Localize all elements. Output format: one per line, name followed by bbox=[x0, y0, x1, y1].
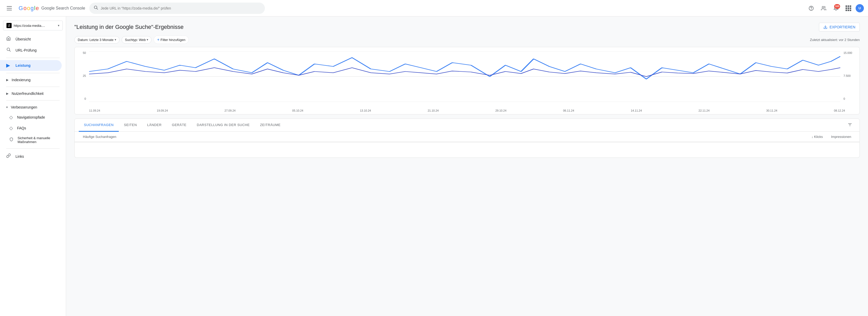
chart-container: 50 25 0 bbox=[74, 47, 860, 114]
nutzer-arrow: ▶ bbox=[6, 92, 8, 95]
search-type-label: Suchtyp: Web bbox=[125, 38, 146, 42]
content-header: "Leistung in der Google Suche"-Ergebniss… bbox=[66, 16, 868, 36]
links-icon bbox=[6, 153, 11, 159]
sidebar-item-url-pruefung[interactable]: URL-Prüfung bbox=[0, 45, 62, 56]
search-input[interactable] bbox=[101, 6, 261, 10]
tab-seiten[interactable]: SEITEN bbox=[119, 119, 142, 132]
sidebar-item-sicherheit[interactable]: Sicherheit & manuelle Maßnahmen bbox=[0, 134, 62, 146]
sidebar-item-label: Leistung bbox=[16, 63, 30, 68]
account-button[interactable] bbox=[818, 3, 829, 13]
tab-geraete[interactable]: GERÄTE bbox=[167, 119, 192, 132]
add-filter-chip[interactable]: + Filter hinzufügen bbox=[154, 36, 188, 44]
chart-plot-area bbox=[89, 51, 840, 102]
home-icon bbox=[6, 36, 11, 42]
logo-link[interactable]: Google Google Search Console bbox=[19, 5, 85, 11]
site-dropdown-arrow: ▾ bbox=[58, 24, 59, 27]
apps-button[interactable] bbox=[843, 3, 854, 13]
svg-point-4 bbox=[822, 6, 824, 8]
chart-x-labels: 11.09.24 19.09.24 27.09.24 05.10.24 13.1… bbox=[79, 108, 855, 112]
indexierung-arrow: ▶ bbox=[6, 78, 8, 82]
header-actions: 165 U bbox=[806, 3, 864, 13]
tab-suchanfragen[interactable]: SUCHANFRAGEN bbox=[79, 119, 119, 132]
tabs-container: SUCHANFRAGEN SEITEN LÄNDER GERÄTE DARSTE… bbox=[74, 118, 860, 142]
notifications-button[interactable]: 165 bbox=[831, 3, 841, 13]
table-filter-icon[interactable] bbox=[844, 120, 855, 130]
product-name: Google Search Console bbox=[41, 6, 85, 10]
help-button[interactable] bbox=[806, 3, 816, 13]
sidebar-section-label: Verbesserungen bbox=[11, 105, 37, 109]
tab-laender[interactable]: LÄNDER bbox=[142, 119, 167, 132]
search-type-dropdown-arrow: ▾ bbox=[147, 38, 148, 41]
search-container bbox=[89, 3, 265, 14]
sidebar: Z https://zoda-media.... ▾ Übersicht URL… bbox=[0, 16, 66, 316]
bottom-section bbox=[74, 142, 860, 158]
sicherheit-icon bbox=[9, 137, 13, 143]
sidebar-item-label: Übersicht bbox=[16, 37, 31, 41]
sidebar-item-indexierung[interactable]: ▶ Indexierung bbox=[0, 75, 62, 84]
svg-line-1 bbox=[97, 8, 98, 9]
svg-point-3 bbox=[811, 9, 811, 9]
chart-svg bbox=[89, 51, 840, 102]
site-url: https://zoda-media.... bbox=[14, 24, 56, 28]
site-favicon: Z bbox=[6, 23, 11, 28]
search-icon bbox=[93, 5, 98, 11]
notification-badge: 165 bbox=[834, 4, 840, 9]
plus-icon: + bbox=[157, 37, 159, 42]
top-header: Google Google Search Console 165 bbox=[0, 0, 868, 16]
search-type-chip[interactable]: Suchtyp: Web ▾ bbox=[122, 36, 152, 43]
add-filter-label: Filter hinzufügen bbox=[161, 38, 185, 42]
google-logo: Google bbox=[19, 5, 39, 11]
table-col-impressions: Impressionen bbox=[831, 135, 851, 139]
export-label: EXPORTIEREN bbox=[830, 25, 855, 29]
nav-divider-2 bbox=[6, 73, 60, 73]
sidebar-item-label: Links bbox=[16, 154, 24, 159]
date-dropdown-arrow: ▾ bbox=[115, 38, 116, 41]
table-col-clicks: ↓ Klicks bbox=[811, 135, 823, 139]
page-title: "Leistung in der Google Suche"-Ergebniss… bbox=[74, 24, 184, 30]
table-col-label: Häufige Suchanfragen bbox=[83, 135, 811, 139]
chart-y-right-labels: 15.000 7.500 0 bbox=[842, 51, 855, 100]
nav-divider-4 bbox=[6, 100, 60, 101]
leistung-expand-arrow: ▶ bbox=[6, 63, 11, 68]
sidebar-item-leistung[interactable]: ▶ Leistung bbox=[0, 60, 62, 71]
menu-button[interactable] bbox=[4, 3, 14, 13]
table-header-row: Häufige Suchanfragen ↓ Klicks Impression… bbox=[74, 132, 860, 142]
chart-y-left-labels: 50 25 0 bbox=[79, 51, 87, 100]
sidebar-item-nutzerfreundlichkeit[interactable]: ▶ Nutzerfreundlichkeit bbox=[0, 89, 62, 98]
sidebar-sub-label: FAQs bbox=[17, 126, 26, 130]
date-filter-label: Datum: Letzte 3 Monate bbox=[78, 38, 114, 42]
last-updated-text: Zuletzt aktualisiert: vor 2 Stunden bbox=[810, 38, 860, 42]
tabs-row: SUCHANFRAGEN SEITEN LÄNDER GERÄTE DARSTE… bbox=[74, 119, 860, 132]
app-layout: Z https://zoda-media.... ▾ Übersicht URL… bbox=[0, 16, 868, 316]
sidebar-sub-label: Navigationspfade bbox=[17, 115, 45, 119]
sidebar-item-label: URL-Prüfung bbox=[16, 48, 37, 52]
sidebar-section-verbesserungen[interactable]: ▾ Verbesserungen bbox=[0, 103, 62, 112]
nav-divider-3 bbox=[6, 86, 60, 87]
filters-row: Datum: Letzte 3 Monate ▾ Suchtyp: Web ▾ … bbox=[66, 36, 868, 47]
chart-area: 50 25 0 bbox=[79, 51, 855, 108]
sidebar-item-links[interactable]: Links bbox=[0, 151, 62, 162]
nav-divider-5 bbox=[6, 148, 60, 149]
url-search-icon bbox=[6, 47, 11, 53]
search-bar bbox=[89, 3, 265, 14]
sidebar-item-navigationspfade[interactable]: ◇ Navigationspfade bbox=[0, 112, 62, 123]
verbesserungen-arrow: ▾ bbox=[6, 105, 8, 109]
sidebar-section-label: Nutzerfreundlichkeit bbox=[11, 92, 43, 96]
navigationspfade-icon: ◇ bbox=[9, 114, 13, 120]
avatar[interactable]: U bbox=[856, 4, 864, 12]
sidebar-section-label: Indexierung bbox=[11, 78, 30, 82]
tab-zeitraeume[interactable]: ZEITRÄUME bbox=[255, 119, 286, 132]
main-content: "Leistung in der Google Suche"-Ergebniss… bbox=[66, 16, 868, 316]
sidebar-item-uebersicht[interactable]: Übersicht bbox=[0, 34, 62, 45]
sidebar-sub-label: Sicherheit & manuelle Maßnahmen bbox=[18, 136, 56, 144]
date-filter-chip[interactable]: Datum: Letzte 3 Monate ▾ bbox=[74, 36, 120, 43]
tab-darstellung[interactable]: DARSTELLUNG IN DER SUCHE bbox=[192, 119, 255, 132]
apps-grid-icon bbox=[845, 5, 851, 11]
export-button[interactable]: EXPORTIEREN bbox=[819, 23, 860, 31]
faqs-icon: ◇ bbox=[9, 125, 13, 131]
sidebar-item-faqs[interactable]: ◇ FAQs bbox=[0, 123, 62, 134]
svg-line-6 bbox=[9, 50, 10, 51]
site-selector[interactable]: Z https://zoda-media.... ▾ bbox=[3, 21, 63, 30]
